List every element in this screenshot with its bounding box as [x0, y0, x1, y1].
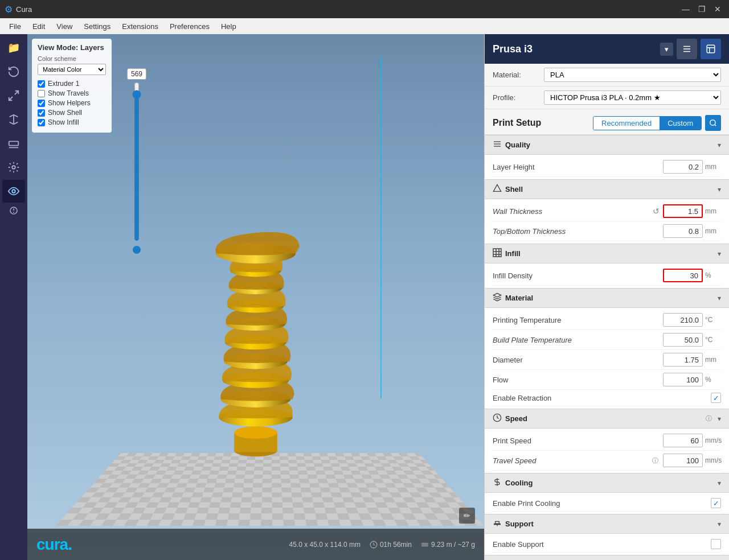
minimize-button[interactable]: —	[679, 2, 693, 16]
printer-dropdown-button[interactable]: ▾	[660, 43, 673, 56]
svg-rect-1	[9, 141, 19, 145]
menu-extensions[interactable]: Extensions	[117, 21, 163, 32]
cooling-title: Cooling	[505, 479, 533, 487]
toolbar-rotate[interactable]	[2, 60, 25, 83]
support-section-header[interactable]: Support ▾	[485, 514, 729, 534]
show-travels-checkbox[interactable]	[38, 90, 45, 97]
checkbox-show-helpers: Show Helpers	[38, 99, 106, 107]
printer-view-icon[interactable]	[701, 39, 721, 59]
toolbar-settings[interactable]	[2, 156, 25, 179]
infill-density-input[interactable]	[663, 269, 703, 282]
material-section-header[interactable]: Material ▾	[485, 288, 729, 308]
travel-speed-input[interactable]	[663, 454, 703, 467]
svg-marker-31	[493, 184, 501, 191]
top-bottom-thickness-row: Top/Bottom Thickness mm	[493, 221, 721, 241]
toolbar-lay-flat[interactable]	[2, 132, 25, 155]
wall-thickness-input[interactable]	[663, 204, 703, 218]
profile-select[interactable]: HICTOP Prusa i3 PLA · 0.2mm ★	[544, 90, 721, 105]
flow-input[interactable]	[663, 373, 703, 386]
speed-title: Speed	[505, 414, 527, 423]
shell-section-header[interactable]: Shell ▾	[485, 179, 729, 199]
printer-name: Prusa i3	[493, 43, 533, 55]
enable-retraction-row: Enable Retraction	[493, 390, 721, 406]
menu-edit[interactable]: Edit	[28, 21, 50, 32]
enable-print-cooling-checkbox[interactable]	[711, 498, 721, 508]
maximize-button[interactable]: ❐	[695, 2, 708, 16]
print-speed-input[interactable]	[663, 434, 703, 447]
svg-line-27	[715, 125, 716, 126]
cooling-content: Enable Print Cooling	[485, 493, 729, 514]
toolbar-open-file[interactable]: 📁	[2, 36, 25, 59]
shell-icon	[493, 184, 502, 195]
viewport-stats: 45.0 x 45.0 x 114.0 mm 01h 56min 9.23 m …	[289, 541, 475, 549]
toolbar-mirror[interactable]	[2, 108, 25, 131]
build-plate-temp-row: Build Plate Temperature °C	[493, 330, 721, 350]
wall-thickness-reset[interactable]: ↺	[653, 207, 660, 216]
quality-section-header[interactable]: Quality ▾	[485, 135, 729, 155]
build-plate-temp-input[interactable]	[663, 333, 703, 347]
color-scheme-select[interactable]: Material Color	[38, 64, 106, 75]
speed-icon	[493, 413, 502, 424]
printing-temp-row: Printing Temperature °C	[493, 310, 721, 330]
menu-file[interactable]: File	[5, 21, 26, 32]
top-bottom-input[interactable]	[663, 224, 703, 238]
support-icon	[493, 518, 502, 529]
enable-support-checkbox[interactable]	[711, 539, 721, 549]
print-speed-unit: mm/s	[705, 437, 721, 444]
speed-section-header[interactable]: Speed ⓘ ▾	[485, 409, 729, 429]
layer-height-input[interactable]	[663, 160, 703, 174]
travel-speed-label: Travel Speed	[493, 456, 652, 465]
quality-content: Layer Height mm	[485, 155, 729, 179]
cooling-section-header[interactable]: Cooling ▾	[485, 473, 729, 493]
search-button[interactable]	[705, 115, 721, 131]
show-infill-checkbox[interactable]	[38, 119, 45, 126]
support-chevron: ▾	[718, 520, 721, 528]
menu-preferences[interactable]: Preferences	[165, 21, 214, 32]
menu-view[interactable]: View	[52, 21, 77, 32]
wall-thickness-row: Wall Thickness ↺ mm	[493, 201, 721, 221]
enable-retraction-label: Enable Retraction	[493, 394, 711, 402]
viewport-edit-button[interactable]: ✏	[459, 508, 475, 524]
enable-retraction-checkbox[interactable]	[711, 393, 721, 403]
tab-custom[interactable]: Custom	[660, 117, 701, 130]
printer-header: Prusa i3 ▾	[485, 34, 729, 64]
profile-row: Profile: HICTOP Prusa i3 PLA · 0.2mm ★	[485, 87, 729, 109]
print-time: 01h 56min	[370, 541, 412, 549]
menu-settings[interactable]: Settings	[79, 21, 115, 32]
travel-speed-row: Travel Speed ⓘ mm/s	[493, 451, 721, 471]
layer-slider[interactable]	[132, 82, 141, 241]
build-plate-section-header[interactable]: Build Plate Adhesion ▾	[485, 555, 729, 560]
show-helpers-checkbox[interactable]	[38, 100, 45, 107]
view-mode-title: View Mode: Layers	[38, 43, 106, 52]
infill-icon	[493, 248, 502, 259]
print-speed-label: Print Speed	[493, 437, 663, 445]
show-shell-checkbox[interactable]	[38, 109, 45, 117]
shell-title: Shell	[505, 185, 523, 193]
speed-info-icon[interactable]: ⓘ	[706, 414, 712, 423]
travel-speed-info-icon[interactable]: ⓘ	[652, 456, 658, 465]
print-setup-tabs: Recommended Custom	[593, 116, 702, 130]
printer-settings-icon[interactable]	[677, 39, 697, 59]
menu-help[interactable]: Help	[216, 21, 241, 32]
extruder1-checkbox[interactable]	[38, 80, 45, 88]
profile-label: Profile:	[493, 93, 538, 102]
diameter-input[interactable]	[663, 353, 703, 367]
toolbar-view-mode[interactable]	[2, 180, 25, 203]
printing-temp-input[interactable]	[663, 313, 703, 327]
toolbar-scale[interactable]	[2, 84, 25, 107]
travel-speed-unit: mm/s	[705, 456, 721, 464]
cooling-chevron: ▾	[718, 479, 721, 487]
layer-height-unit: mm	[705, 163, 721, 171]
svg-rect-32	[493, 249, 501, 257]
close-button[interactable]: ✕	[711, 2, 724, 16]
viewport-bottom-bar: cura. 45.0 x 45.0 x 114.0 mm 01h 56min 9…	[27, 529, 484, 560]
infill-section-header[interactable]: Infill ▾	[485, 244, 729, 263]
tab-recommended[interactable]: Recommended	[593, 117, 660, 130]
quality-title: Quality	[505, 141, 530, 149]
app-title: Cura	[16, 5, 32, 14]
material-select[interactable]: PLA	[544, 68, 721, 82]
quality-chevron: ▾	[718, 141, 721, 149]
svg-point-10	[234, 426, 277, 439]
printing-temp-unit: °C	[705, 316, 721, 324]
support-title: Support	[505, 520, 534, 528]
